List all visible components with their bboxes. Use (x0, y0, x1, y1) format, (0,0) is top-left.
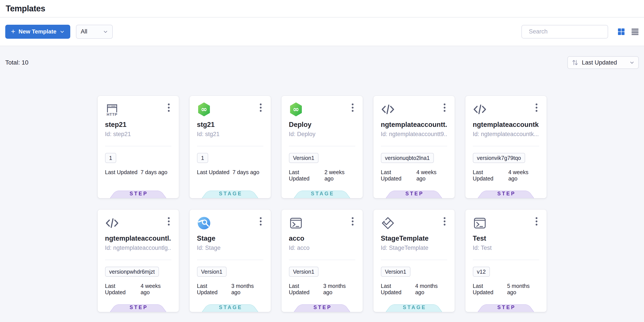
template-card[interactable]: Test Id: Test v12 Last Updated 5 months … (466, 210, 546, 312)
sort-arrows-icon (572, 59, 578, 66)
view-toggles (618, 28, 639, 35)
template-card[interactable]: ngtemplateaccountk... Id: ngtemplateacco… (466, 96, 546, 198)
kebab-menu-icon (260, 103, 262, 112)
template-title: step21 (105, 121, 172, 129)
template-id: Id: stg21 (197, 131, 263, 138)
kebab-menu-icon (443, 217, 446, 226)
template-type-ribbon: STEP (478, 302, 534, 312)
version-badge: Version1 (289, 153, 318, 163)
template-card[interactable]: ∞ Deploy Id: Deploy Version1 Last Update… (282, 96, 363, 198)
new-template-button[interactable]: + New Template (5, 25, 70, 39)
version-badge: Version1 (289, 267, 318, 277)
template-type-ribbon: STAGE (202, 189, 258, 198)
card-menu-button[interactable] (166, 102, 172, 113)
template-title: ngtemplateaccountl... (105, 235, 172, 242)
template-title: acco (289, 235, 355, 242)
template-type-ribbon: STEP (110, 302, 166, 312)
card-divider (381, 260, 447, 260)
template-type-ribbon: STEP (386, 189, 442, 198)
last-updated: Last Updated 3 months ago (197, 283, 263, 296)
total-count: Total: 10 (5, 59, 28, 66)
card-menu-button[interactable] (350, 102, 355, 113)
kebab-menu-icon (351, 103, 354, 112)
kebab-menu-icon (260, 217, 262, 226)
template-title: Test (473, 235, 539, 242)
template-title: Deploy (289, 121, 355, 129)
last-updated: Last Updated 4 months ago (381, 283, 447, 296)
template-card[interactable]: Stage Id: Stage Version1 Last Updated 3 … (190, 210, 271, 312)
template-title: StageTemplate (381, 235, 447, 242)
template-id: Id: Stage (197, 245, 263, 251)
card-menu-button[interactable] (534, 102, 539, 113)
list-view-button[interactable] (631, 28, 639, 35)
last-updated: Last Updated 4 weeks ago (105, 283, 172, 296)
version-badge: versionvik7g79tqo (473, 153, 525, 163)
template-type-filter[interactable]: All (76, 25, 113, 39)
card-menu-button[interactable] (258, 216, 263, 226)
last-updated: Last Updated 7 days ago (105, 169, 172, 175)
last-updated: Last Updated 4 weeks ago (473, 169, 539, 182)
template-card[interactable]: acco Id: acco Version1 Last Updated 3 mo… (282, 210, 363, 312)
card-divider (289, 146, 355, 146)
card-menu-button[interactable] (442, 216, 447, 226)
template-title: stg21 (197, 121, 263, 129)
meta-row: Total: 10 Last Updated (0, 46, 644, 79)
version-badge: 1 (105, 153, 116, 163)
template-id: Id: ngtemplateaccountlg... (105, 245, 172, 251)
template-card[interactable]: ngtemplateaccountl... Id: ngtemplateacco… (98, 210, 179, 312)
sort-value: Last Updated (582, 59, 626, 66)
version-badge: versionuqbto2lna1 (381, 153, 434, 163)
kebab-menu-icon (535, 103, 538, 112)
card-divider (381, 146, 447, 146)
last-updated: Last Updated 2 weeks ago (289, 169, 355, 182)
svg-text:HTTP: HTTP (106, 112, 117, 116)
template-card[interactable]: StageTemplate Id: StageTemplate Version1… (374, 210, 455, 312)
new-template-label: New Template (18, 28, 56, 35)
version-badge: 1 (197, 153, 208, 163)
kebab-menu-icon (535, 217, 538, 226)
search-input[interactable] (529, 28, 606, 35)
template-card[interactable]: HTTP step21 Id: step21 1 Last Updated 7 … (98, 96, 179, 198)
version-badge: versionpwhdr6mjzt (105, 267, 159, 277)
code-icon (105, 216, 119, 230)
template-id: Id: step21 (105, 131, 172, 138)
card-divider (197, 146, 263, 146)
template-type-ribbon: STAGE (202, 302, 258, 312)
list-view-icon (631, 28, 639, 35)
terminal-icon (473, 216, 487, 230)
kebab-menu-icon (168, 103, 170, 112)
last-updated: Last Updated 5 months ago (473, 283, 539, 296)
card-divider (473, 260, 539, 260)
sort-select[interactable]: Last Updated (568, 56, 639, 69)
card-menu-button[interactable] (166, 216, 172, 226)
card-menu-button[interactable] (442, 102, 447, 113)
template-card[interactable]: ngtemplateaccountt... Id: ngtemplateacco… (374, 96, 455, 198)
content-area: Total: 10 Last Updated HTTP step21 Id: s… (0, 46, 644, 312)
template-id: Id: ngtemplateaccountk... (473, 131, 539, 138)
search-box[interactable] (522, 25, 608, 38)
code-icon (381, 102, 395, 116)
card-menu-button[interactable] (258, 102, 263, 113)
page-title: Templates (6, 4, 45, 13)
template-type-ribbon: STAGE (294, 189, 350, 198)
template-id: Id: Test (473, 245, 539, 251)
version-badge: v12 (473, 267, 490, 277)
page-header: Templates (0, 0, 644, 17)
card-menu-button[interactable] (534, 216, 539, 226)
svg-text:∞: ∞ (201, 105, 207, 113)
kebab-menu-icon (351, 217, 354, 226)
template-card[interactable]: ∞ stg21 Id: stg21 1 Last Updated 7 days … (190, 96, 271, 198)
card-divider (105, 146, 172, 146)
grid-view-button[interactable] (618, 28, 625, 35)
template-id: Id: ngtemplateaccountt9... (381, 131, 447, 138)
custom-stage-icon (197, 216, 211, 230)
plus-icon: + (11, 27, 15, 35)
card-menu-button[interactable] (350, 216, 355, 226)
last-updated: Last Updated 3 months ago (289, 283, 355, 296)
last-updated: Last Updated 7 days ago (197, 169, 263, 175)
version-badge: Version1 (197, 267, 226, 277)
last-updated: Last Updated 4 weeks ago (381, 169, 447, 182)
chevron-down-icon (630, 60, 634, 65)
kebab-menu-icon (168, 217, 170, 226)
template-title: ngtemplateaccountt... (381, 121, 447, 129)
